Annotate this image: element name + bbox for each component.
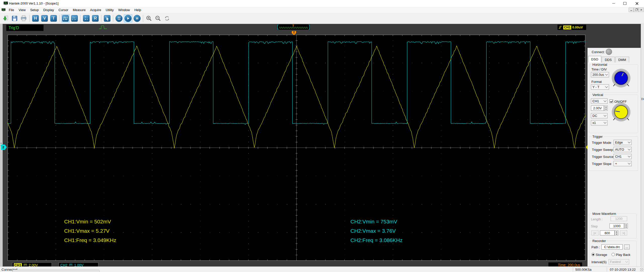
chevron-down-icon	[605, 85, 608, 88]
resize-grip[interactable]	[640, 268, 643, 271]
trigger-source-select[interactable]: CH1	[614, 154, 632, 159]
zoom-in-button[interactable]	[145, 14, 153, 22]
ch1-vmax-measurement: CH1:Vmax = 5.27V	[64, 228, 109, 234]
browse-button[interactable]: ...	[624, 245, 630, 249]
cursor-measure-button[interactable]	[103, 14, 111, 22]
probe-select[interactable]: x1	[591, 120, 608, 125]
trigger-group: Trigger Trigger Mode Edge Trigger Sweep …	[589, 137, 638, 171]
close-button[interactable]	[633, 0, 641, 7]
trigger-position-marker[interactable]: T	[292, 31, 296, 35]
open-file-button[interactable]	[1, 14, 10, 22]
print-button[interactable]	[19, 14, 28, 22]
play-icon	[127, 17, 130, 20]
tab-dmm[interactable]: DMM	[615, 57, 629, 62]
length-label: Length :	[591, 217, 603, 221]
menu-setup[interactable]: Setup	[28, 7, 41, 13]
trigger-panel-button[interactable]: T	[49, 14, 58, 22]
waveform-line-display-button[interactable]	[61, 14, 70, 22]
ch1-vmin-measurement: CH1:Vmin = 502mV	[64, 219, 111, 225]
zoom-out-icon	[155, 15, 161, 21]
volts-spinner[interactable]	[604, 106, 608, 111]
trigger-slope-select[interactable]: +	[614, 161, 632, 166]
move-last-button[interactable]: >|	[620, 230, 627, 235]
mdi-restore-button[interactable]	[634, 8, 639, 12]
vertical-knob[interactable]	[611, 102, 631, 123]
channel-select[interactable]: CH1	[591, 98, 608, 104]
math-button[interactable]: + -× ÷	[82, 14, 91, 22]
vertical-panel-button[interactable]: V	[40, 14, 49, 22]
dock-tab-strip[interactable]: Di	[641, 24, 644, 266]
mode-tabs: DSO DDS DMM	[588, 56, 630, 62]
interval-select: Fastest	[609, 259, 629, 264]
zoom-out-button[interactable]	[154, 14, 162, 22]
zoom-in-icon	[146, 15, 152, 21]
pause-button[interactable]	[133, 14, 141, 22]
auto-set-button[interactable]: AUTO	[115, 14, 123, 22]
mdi-close-button[interactable]: ✕	[639, 8, 644, 12]
reference-button[interactable]: R	[91, 14, 100, 22]
title-bar[interactable]: Hantek-2000 Ver1.1.10 - [Scope1]	[0, 0, 644, 7]
storage-radio[interactable]	[591, 253, 595, 256]
tab-dso[interactable]: DSO	[588, 56, 601, 62]
waveform-preview-strip[interactable]: T	[277, 24, 310, 30]
move-first-button[interactable]: |<	[591, 230, 598, 235]
menu-display[interactable]: Display	[41, 7, 56, 13]
menu-cursor[interactable]: Cursor	[56, 7, 71, 13]
scope-display: CH1:Vmin = 502mV CH1:Vmax = 5.27V CH1:Fr…	[8, 35, 585, 261]
connect-indicator[interactable]	[606, 49, 612, 55]
path-label: Path :	[591, 245, 600, 249]
step-field[interactable]: 1000	[610, 223, 624, 228]
status-progress-panel	[12, 270, 100, 272]
chevron-down-icon	[603, 114, 606, 116]
waveform-dot-display-button[interactable]	[70, 14, 79, 22]
horizontal-panel-button[interactable]: H	[31, 14, 40, 22]
menu-help[interactable]: Help	[132, 7, 143, 13]
refresh-icon	[164, 15, 170, 21]
scope-graticule-and-traces	[8, 35, 585, 261]
minimize-button[interactable]	[609, 0, 618, 7]
trigger-mode-select[interactable]: Edge	[614, 140, 632, 145]
control-panel: Connect: DSO DDS DMM Horizontal Time / D…	[587, 48, 641, 272]
menu-acquire[interactable]: Acquire	[88, 7, 103, 13]
format-select[interactable]: Y - T	[591, 84, 609, 90]
mdi-child-icon	[2, 8, 6, 12]
run-button[interactable]	[124, 14, 132, 22]
menu-file[interactable]: File	[7, 7, 16, 13]
cursor-arrow-icon	[104, 16, 110, 21]
step-spinner[interactable]	[624, 223, 628, 228]
volts-per-div-field[interactable]: 2.00V	[591, 106, 604, 111]
path-field[interactable]: C:\data.drc	[601, 244, 623, 250]
ch2-zero-level-marker[interactable]: 2	[1, 145, 7, 150]
horizontal-group: Horizontal Time / DIV 200.0us Format Y -…	[589, 64, 638, 93]
square-wave-icon	[63, 16, 68, 21]
tab-dds[interactable]: DDS	[602, 57, 615, 62]
horizontal-knob[interactable]	[611, 68, 631, 89]
menu-measure[interactable]: Measure	[71, 7, 88, 13]
mdi-minimize-button[interactable]	[629, 8, 634, 12]
refresh-button[interactable]	[163, 14, 171, 22]
datetime: 07-10-2020 13:22	[610, 268, 636, 271]
ch2-freq-measurement: CH2:Freq = 3.086KHz	[350, 237, 403, 243]
trigger-slope-label: Trigger Slope	[592, 162, 612, 166]
ch1-freq-measurement: CH1:Freq = 3.049KHz	[64, 237, 116, 243]
menu-bar: File View Setup Display Cursor Measure A…	[0, 7, 644, 13]
dc-coupling-icon	[24, 264, 27, 266]
position-field[interactable]: 600	[600, 230, 615, 235]
length-field: 1200	[611, 216, 627, 221]
dock-tab-label[interactable]: Di	[641, 97, 644, 100]
trigger-source-label: Trigger Source	[592, 155, 614, 159]
preview-trigger-marker: T	[292, 24, 294, 27]
coupling-select[interactable]: DC	[591, 113, 608, 118]
maximize-button[interactable]	[621, 0, 629, 7]
time-div-label: Time / DIV	[591, 67, 607, 71]
menu-view[interactable]: View	[16, 7, 28, 13]
time-div-select[interactable]: 200.0us	[591, 72, 609, 77]
menu-window[interactable]: Window	[116, 7, 132, 13]
position-spinner[interactable]	[615, 230, 618, 235]
playback-radio[interactable]	[612, 253, 615, 256]
save-button[interactable]	[10, 14, 19, 22]
menu-utility[interactable]: Utility	[103, 7, 116, 13]
chevron-down-icon	[628, 140, 630, 143]
trigger-level-value: 0.00uV	[572, 25, 583, 29]
trigger-sweep-select[interactable]: AUTO	[614, 147, 632, 152]
